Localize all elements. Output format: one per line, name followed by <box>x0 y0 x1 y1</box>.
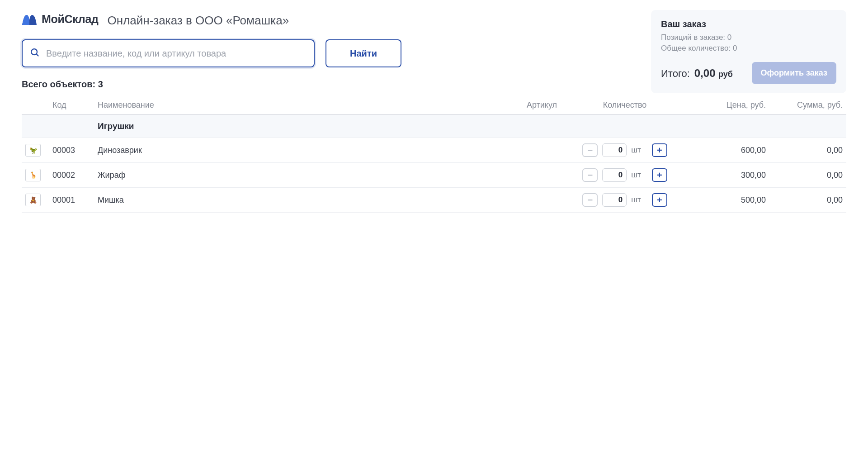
product-name: Жираф <box>94 163 498 188</box>
category-row[interactable]: Игрушки <box>22 115 846 138</box>
product-price: 600,00 <box>675 138 769 163</box>
svg-line-1 <box>37 54 39 57</box>
product-name: Динозаврик <box>94 138 498 163</box>
product-price: 300,00 <box>675 163 769 188</box>
logo-icon <box>22 14 37 25</box>
search-input[interactable] <box>22 39 315 67</box>
table-row: 🦖00003Динозаврик−шт+600,000,00 <box>22 138 846 163</box>
product-article <box>498 163 575 188</box>
qty-unit: шт <box>631 195 641 204</box>
product-article <box>498 138 575 163</box>
product-sum: 0,00 <box>769 188 846 213</box>
product-thumb: 🧸 <box>25 194 41 206</box>
qty-input[interactable] <box>602 168 627 182</box>
qty-plus-button[interactable]: + <box>652 193 667 207</box>
qty-minus-button[interactable]: − <box>582 143 598 157</box>
product-article <box>498 188 575 213</box>
order-title: Ваш заказ <box>661 19 836 29</box>
qty-input[interactable] <box>602 193 627 207</box>
page-title: Онлайн-заказ в ООО «Ромашка» <box>108 14 289 28</box>
product-code: 00001 <box>49 188 94 213</box>
checkout-button[interactable]: Оформить заказ <box>752 62 836 84</box>
order-total-qty: Общее количество: 0 <box>661 44 836 53</box>
product-sum: 0,00 <box>769 138 846 163</box>
qty-minus-button[interactable]: − <box>582 168 598 182</box>
qty-plus-button[interactable]: + <box>652 168 667 182</box>
product-code: 00003 <box>49 138 94 163</box>
col-code: Код <box>49 96 94 115</box>
product-sum: 0,00 <box>769 163 846 188</box>
col-qty: Количество <box>575 96 675 115</box>
col-name: Наименование <box>94 96 498 115</box>
col-sum: Сумма, руб. <box>769 96 846 115</box>
qty-input[interactable] <box>602 143 627 157</box>
qty-plus-button[interactable]: + <box>652 143 667 157</box>
table-row: 🧸00001Мишка−шт+500,000,00 <box>22 188 846 213</box>
table-row: 🦒00002Жираф−шт+300,000,00 <box>22 163 846 188</box>
order-summary: Ваш заказ Позиций в заказе: 0 Общее коли… <box>651 10 846 93</box>
col-price: Цена, руб. <box>675 96 769 115</box>
qty-unit: шт <box>631 171 641 180</box>
logo-text: МойСклад <box>42 13 99 26</box>
logo: МойСклад <box>22 13 99 26</box>
product-code: 00002 <box>49 163 94 188</box>
find-button[interactable]: Найти <box>326 39 401 67</box>
product-price: 500,00 <box>675 188 769 213</box>
product-thumb: 🦖 <box>25 144 41 157</box>
order-total: Итого: 0,00 руб <box>661 67 733 80</box>
products-table: Код Наименование Артикул Количество Цена… <box>22 96 846 213</box>
col-article: Артикул <box>498 96 575 115</box>
product-thumb: 🦒 <box>25 169 41 181</box>
product-name: Мишка <box>94 188 498 213</box>
order-positions: Позиций в заказе: 0 <box>661 33 836 42</box>
svg-point-0 <box>31 49 37 55</box>
qty-unit: шт <box>631 146 641 155</box>
qty-minus-button[interactable]: − <box>582 193 598 207</box>
search-icon <box>30 48 40 59</box>
